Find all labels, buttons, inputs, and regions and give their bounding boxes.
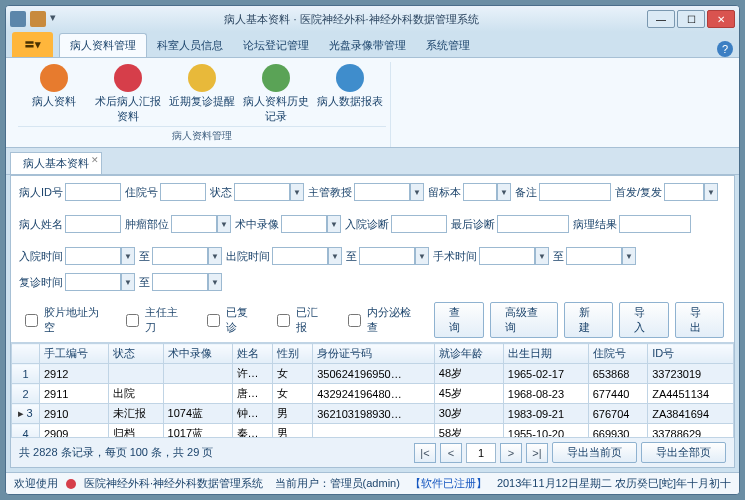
col-header-5[interactable]: 身份证号码 (313, 344, 435, 364)
ribbon-btn-2[interactable]: 近期复诊提醒 (166, 62, 238, 126)
cell[interactable]: 1074蓝 (163, 404, 232, 424)
cell[interactable]: 1965-02-17 (503, 364, 588, 384)
ribbon-tab-2[interactable]: 论坛登记管理 (233, 34, 319, 57)
cell[interactable]: 48岁 (434, 364, 503, 384)
cell[interactable]: 出院 (108, 384, 163, 404)
close-button[interactable]: ✕ (707, 10, 735, 28)
chevron-down-icon[interactable]: ▼ (415, 247, 429, 265)
cell[interactable]: 女 (272, 384, 312, 404)
action-btn-4[interactable]: 导出 (675, 302, 724, 338)
action-btn-1[interactable]: 高级查询 (490, 302, 559, 338)
action-btn-3[interactable]: 导入 (619, 302, 668, 338)
cell[interactable] (163, 364, 232, 384)
col-header-9[interactable]: ID号 (648, 344, 734, 364)
cell[interactable] (163, 384, 232, 404)
table-row[interactable]: 42909归档1017蓝秦…男58岁1955-10-20669930337886… (12, 424, 734, 439)
cell[interactable]: 362103198930… (313, 404, 435, 424)
checkbox-4[interactable]: 内分泌检查 (344, 305, 417, 335)
filter-input[interactable] (566, 247, 622, 265)
cell[interactable]: 2912 (40, 364, 109, 384)
cell[interactable]: 677440 (588, 384, 647, 404)
chevron-down-icon[interactable]: ▼ (121, 273, 135, 291)
filter-input[interactable] (171, 215, 217, 233)
cell[interactable]: 男 (272, 424, 312, 439)
cell[interactable]: 432924196480… (313, 384, 435, 404)
chevron-down-icon[interactable]: ▼ (327, 215, 341, 233)
checkbox-3[interactable]: 已汇报 (273, 305, 325, 335)
action-btn-0[interactable]: 查询 (434, 302, 483, 338)
filter-input[interactable] (479, 247, 535, 265)
cell[interactable]: 钟… (232, 404, 272, 424)
pager-prev[interactable]: < (440, 443, 462, 463)
ribbon-btn-0[interactable]: 病人资料 (18, 62, 90, 126)
close-icon[interactable]: ✕ (91, 155, 99, 165)
cell[interactable] (313, 424, 435, 439)
pager-next[interactable]: > (500, 443, 522, 463)
cell[interactable]: 350624196950… (313, 364, 435, 384)
cell[interactable]: 许… (232, 364, 272, 384)
table-row[interactable]: 12912许…女350624196950…48岁1965-02-17653868… (12, 364, 734, 384)
cell[interactable] (108, 364, 163, 384)
row-number[interactable]: 3 (12, 404, 40, 424)
chevron-down-icon[interactable]: ▼ (328, 247, 342, 265)
checkbox-input[interactable] (277, 314, 290, 327)
cell[interactable]: 男 (272, 404, 312, 424)
filter-input[interactable] (152, 273, 208, 291)
chevron-down-icon[interactable]: ▼ (704, 183, 718, 201)
ribbon-btn-1[interactable]: 术后病人汇报资料 (92, 62, 164, 126)
cell[interactable]: ZA3841694 (648, 404, 734, 424)
filter-input[interactable] (152, 247, 208, 265)
filter-input[interactable] (234, 183, 290, 201)
cell[interactable]: 30岁 (434, 404, 503, 424)
cell[interactable]: 1983-09-21 (503, 404, 588, 424)
checkbox-0[interactable]: 胶片地址为空 (21, 305, 104, 335)
cell[interactable]: 唐… (232, 384, 272, 404)
cell[interactable]: 653868 (588, 364, 647, 384)
checkbox-input[interactable] (25, 314, 38, 327)
checkbox-input[interactable] (348, 314, 361, 327)
cell[interactable]: 33788629 (648, 424, 734, 439)
filter-input[interactable] (65, 247, 121, 265)
ribbon-btn-3[interactable]: 病人资料历史记录 (240, 62, 312, 126)
cell[interactable]: ZA4451134 (648, 384, 734, 404)
filter-input[interactable] (272, 247, 328, 265)
cell[interactable]: 秦… (232, 424, 272, 439)
cell[interactable]: 未汇报 (108, 404, 163, 424)
checkbox-2[interactable]: 已复诊 (203, 305, 255, 335)
col-header-0[interactable]: 手工编号 (40, 344, 109, 364)
filter-input[interactable] (619, 215, 691, 233)
doc-tab[interactable]: 病人基本资料 ✕ (10, 152, 102, 174)
filter-input[interactable] (65, 215, 121, 233)
row-number[interactable]: 4 (12, 424, 40, 439)
filter-input[interactable] (391, 215, 447, 233)
ribbon-tab-4[interactable]: 系统管理 (416, 34, 480, 57)
ribbon-tab-0[interactable]: 病人资料管理 (59, 33, 147, 57)
col-header-2[interactable]: 术中录像 (163, 344, 232, 364)
cell[interactable]: 676704 (588, 404, 647, 424)
filter-input[interactable] (160, 183, 206, 201)
pager-last[interactable]: >| (526, 443, 548, 463)
filter-input[interactable] (354, 183, 410, 201)
export-all-pages[interactable]: 导出全部页 (641, 442, 726, 463)
cell[interactable]: 归档 (108, 424, 163, 439)
app-menu-button[interactable]: 〓▾ (12, 32, 53, 57)
col-header-8[interactable]: 住院号 (588, 344, 647, 364)
ribbon-tab-3[interactable]: 光盘录像带管理 (319, 34, 416, 57)
col-header-6[interactable]: 就诊年龄 (434, 344, 503, 364)
cell[interactable]: 2911 (40, 384, 109, 404)
filter-input[interactable] (65, 273, 121, 291)
cell[interactable]: 2910 (40, 404, 109, 424)
filter-input[interactable] (539, 183, 611, 201)
table-row[interactable]: 22911出院唐…女432924196480…45岁1968-08-236774… (12, 384, 734, 404)
minimize-button[interactable]: — (647, 10, 675, 28)
chevron-down-icon[interactable]: ▼ (497, 183, 511, 201)
filter-input[interactable] (359, 247, 415, 265)
cell[interactable]: 1017蓝 (163, 424, 232, 439)
cell[interactable]: 1955-10-20 (503, 424, 588, 439)
cell[interactable]: 45岁 (434, 384, 503, 404)
checkbox-input[interactable] (126, 314, 139, 327)
col-header-7[interactable]: 出生日期 (503, 344, 588, 364)
row-number[interactable]: 2 (12, 384, 40, 404)
filter-input[interactable] (65, 183, 121, 201)
cell[interactable]: 58岁 (434, 424, 503, 439)
